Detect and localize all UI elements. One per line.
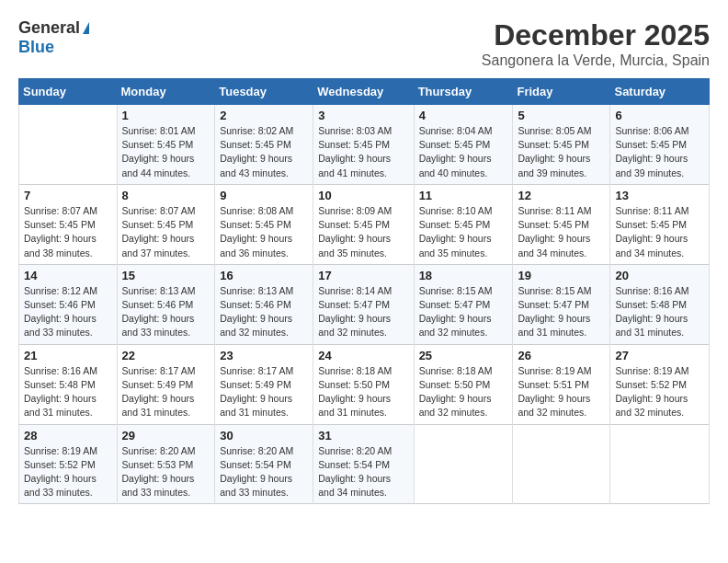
day-number: 18 (419, 269, 508, 282)
day-info: Sunrise: 8:16 AM Sunset: 5:48 PM Dayligh… (24, 364, 112, 420)
week-row-1: 1Sunrise: 8:01 AM Sunset: 5:45 PM Daylig… (19, 105, 710, 185)
calendar-cell: 28Sunrise: 8:19 AM Sunset: 5:52 PM Dayli… (19, 424, 118, 504)
calendar-cell: 21Sunrise: 8:16 AM Sunset: 5:48 PM Dayli… (19, 344, 118, 424)
calendar-cell: 6Sunrise: 8:06 AM Sunset: 5:45 PM Daylig… (610, 105, 710, 185)
day-info: Sunrise: 8:01 AM Sunset: 5:45 PM Dayligh… (122, 124, 210, 180)
day-number: 4 (419, 109, 508, 122)
day-number: 7 (24, 189, 112, 202)
calendar-cell: 10Sunrise: 8:09 AM Sunset: 5:45 PM Dayli… (313, 184, 414, 264)
calendar-cell: 24Sunrise: 8:18 AM Sunset: 5:50 PM Dayli… (313, 344, 414, 424)
day-info: Sunrise: 8:17 AM Sunset: 5:49 PM Dayligh… (220, 364, 308, 420)
calendar-cell: 1Sunrise: 8:01 AM Sunset: 5:45 PM Daylig… (117, 105, 215, 185)
week-row-4: 21Sunrise: 8:16 AM Sunset: 5:48 PM Dayli… (19, 344, 710, 424)
day-info: Sunrise: 8:13 AM Sunset: 5:46 PM Dayligh… (122, 284, 210, 340)
weekday-header-monday: Monday (117, 79, 215, 105)
day-number: 26 (518, 349, 605, 362)
day-info: Sunrise: 8:15 AM Sunset: 5:47 PM Dayligh… (518, 284, 605, 340)
week-row-2: 7Sunrise: 8:07 AM Sunset: 5:45 PM Daylig… (19, 184, 710, 264)
day-number: 15 (122, 269, 210, 282)
calendar-cell: 8Sunrise: 8:07 AM Sunset: 5:45 PM Daylig… (117, 184, 215, 264)
calendar-cell: 29Sunrise: 8:20 AM Sunset: 5:53 PM Dayli… (117, 424, 215, 504)
logo-blue-text: Blue (18, 38, 54, 57)
calendar-cell: 2Sunrise: 8:02 AM Sunset: 5:45 PM Daylig… (215, 105, 313, 185)
logo: General Blue (18, 18, 89, 57)
calendar-cell: 27Sunrise: 8:19 AM Sunset: 5:52 PM Dayli… (610, 344, 710, 424)
day-info: Sunrise: 8:12 AM Sunset: 5:46 PM Dayligh… (24, 284, 112, 340)
day-info: Sunrise: 8:17 AM Sunset: 5:49 PM Dayligh… (122, 364, 210, 420)
calendar-cell: 25Sunrise: 8:18 AM Sunset: 5:50 PM Dayli… (414, 344, 513, 424)
day-number: 13 (615, 189, 704, 202)
weekday-header-tuesday: Tuesday (215, 79, 313, 105)
day-number: 10 (318, 189, 408, 202)
calendar-cell: 3Sunrise: 8:03 AM Sunset: 5:45 PM Daylig… (313, 105, 414, 185)
calendar-cell: 12Sunrise: 8:11 AM Sunset: 5:45 PM Dayli… (513, 184, 610, 264)
month-title: December 2025 (482, 18, 710, 52)
day-number: 24 (318, 349, 408, 362)
calendar-cell: 16Sunrise: 8:13 AM Sunset: 5:46 PM Dayli… (215, 264, 313, 344)
day-info: Sunrise: 8:20 AM Sunset: 5:54 PM Dayligh… (220, 444, 308, 500)
day-info: Sunrise: 8:02 AM Sunset: 5:45 PM Dayligh… (220, 124, 308, 180)
calendar-cell (513, 424, 610, 504)
week-row-3: 14Sunrise: 8:12 AM Sunset: 5:46 PM Dayli… (19, 264, 710, 344)
day-number: 6 (615, 109, 704, 122)
day-info: Sunrise: 8:19 AM Sunset: 5:52 PM Dayligh… (24, 444, 112, 500)
day-info: Sunrise: 8:03 AM Sunset: 5:45 PM Dayligh… (318, 124, 408, 180)
calendar-cell: 13Sunrise: 8:11 AM Sunset: 5:45 PM Dayli… (610, 184, 710, 264)
day-info: Sunrise: 8:04 AM Sunset: 5:45 PM Dayligh… (419, 124, 508, 180)
calendar-cell: 15Sunrise: 8:13 AM Sunset: 5:46 PM Dayli… (117, 264, 215, 344)
header: General Blue December 2025 Sangonera la … (18, 18, 710, 69)
weekday-header-saturday: Saturday (610, 79, 710, 105)
day-info: Sunrise: 8:19 AM Sunset: 5:51 PM Dayligh… (518, 364, 605, 420)
calendar-cell: 23Sunrise: 8:17 AM Sunset: 5:49 PM Dayli… (215, 344, 313, 424)
day-number: 20 (615, 269, 704, 282)
day-info: Sunrise: 8:07 AM Sunset: 5:45 PM Dayligh… (122, 204, 210, 260)
day-number: 8 (122, 189, 210, 202)
calendar-cell: 31Sunrise: 8:20 AM Sunset: 5:54 PM Dayli… (313, 424, 414, 504)
day-info: Sunrise: 8:09 AM Sunset: 5:45 PM Dayligh… (318, 204, 408, 260)
day-info: Sunrise: 8:13 AM Sunset: 5:46 PM Dayligh… (220, 284, 308, 340)
calendar-cell: 30Sunrise: 8:20 AM Sunset: 5:54 PM Dayli… (215, 424, 313, 504)
day-info: Sunrise: 8:05 AM Sunset: 5:45 PM Dayligh… (518, 124, 605, 180)
calendar-cell (414, 424, 513, 504)
calendar-cell: 22Sunrise: 8:17 AM Sunset: 5:49 PM Dayli… (117, 344, 215, 424)
day-number: 12 (518, 189, 605, 202)
logo-general-text: General (18, 18, 80, 38)
day-info: Sunrise: 8:18 AM Sunset: 5:50 PM Dayligh… (318, 364, 408, 420)
day-number: 11 (419, 189, 508, 202)
calendar-cell (610, 424, 710, 504)
day-number: 27 (615, 349, 704, 362)
day-info: Sunrise: 8:16 AM Sunset: 5:48 PM Dayligh… (615, 284, 704, 340)
calendar-cell: 26Sunrise: 8:19 AM Sunset: 5:51 PM Dayli… (513, 344, 610, 424)
calendar-cell: 5Sunrise: 8:05 AM Sunset: 5:45 PM Daylig… (513, 105, 610, 185)
calendar-cell: 11Sunrise: 8:10 AM Sunset: 5:45 PM Dayli… (414, 184, 513, 264)
day-number: 19 (518, 269, 605, 282)
day-info: Sunrise: 8:19 AM Sunset: 5:52 PM Dayligh… (615, 364, 704, 420)
day-info: Sunrise: 8:10 AM Sunset: 5:45 PM Dayligh… (419, 204, 508, 260)
day-info: Sunrise: 8:20 AM Sunset: 5:54 PM Dayligh… (318, 444, 408, 500)
weekday-header-wednesday: Wednesday (313, 79, 414, 105)
day-number: 22 (122, 349, 210, 362)
calendar-cell: 7Sunrise: 8:07 AM Sunset: 5:45 PM Daylig… (19, 184, 118, 264)
day-info: Sunrise: 8:20 AM Sunset: 5:53 PM Dayligh… (122, 444, 210, 500)
weekday-header-row: SundayMondayTuesdayWednesdayThursdayFrid… (19, 79, 710, 105)
day-info: Sunrise: 8:15 AM Sunset: 5:47 PM Dayligh… (419, 284, 508, 340)
day-info: Sunrise: 8:14 AM Sunset: 5:47 PM Dayligh… (318, 284, 408, 340)
day-number: 5 (518, 109, 605, 122)
day-info: Sunrise: 8:11 AM Sunset: 5:45 PM Dayligh… (615, 204, 704, 260)
day-info: Sunrise: 8:06 AM Sunset: 5:45 PM Dayligh… (615, 124, 704, 180)
day-number: 9 (220, 189, 308, 202)
location-title: Sangonera la Verde, Murcia, Spain (482, 52, 710, 69)
day-info: Sunrise: 8:11 AM Sunset: 5:45 PM Dayligh… (518, 204, 605, 260)
calendar-cell: 17Sunrise: 8:14 AM Sunset: 5:47 PM Dayli… (313, 264, 414, 344)
day-number: 17 (318, 269, 408, 282)
day-number: 31 (318, 429, 408, 442)
day-number: 14 (24, 269, 112, 282)
day-number: 28 (24, 429, 112, 442)
weekday-header-thursday: Thursday (414, 79, 513, 105)
day-info: Sunrise: 8:07 AM Sunset: 5:45 PM Dayligh… (24, 204, 112, 260)
calendar-cell (19, 105, 118, 185)
day-number: 29 (122, 429, 210, 442)
day-number: 2 (220, 109, 308, 122)
day-number: 1 (122, 109, 210, 122)
day-number: 25 (419, 349, 508, 362)
